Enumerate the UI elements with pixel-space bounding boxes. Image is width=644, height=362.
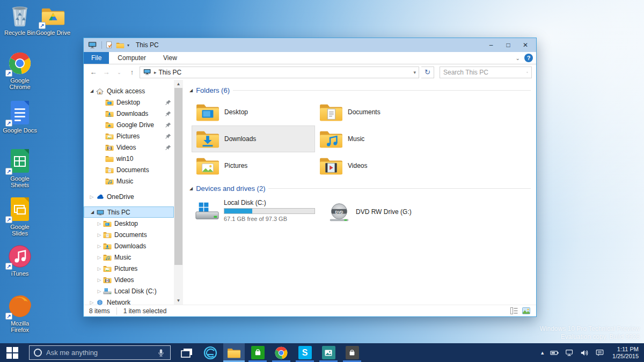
maximize-button[interactable]: □ (500, 39, 517, 51)
nav-scrollbar[interactable]: ▲ ▼ (174, 80, 183, 305)
chevron-collapsed-icon[interactable]: ▷ (96, 232, 103, 238)
battery-icon[interactable] (550, 349, 560, 357)
sidebar-item-pc-desktop[interactable]: ▷ Desktop (84, 218, 174, 229)
desktop-icon-google-drive[interactable]: ↗ Google Drive (35, 3, 71, 36)
scroll-down-arrow[interactable]: ▼ (174, 297, 183, 305)
chevron-collapsed-icon[interactable]: ▷ (88, 194, 96, 200)
sidebar-item-pc-pictures[interactable]: ▷ Pictures (84, 263, 174, 274)
sidebar-item-win10[interactable]: win10 (84, 153, 174, 164)
sidebar-item-network[interactable]: ▷ Network (84, 299, 174, 306)
refresh-button[interactable]: ↻ (421, 67, 434, 78)
chrome-icon (274, 346, 288, 360)
breadcrumb-arrow-icon[interactable]: ▸ (154, 70, 157, 75)
taskbar-internet-explorer[interactable] (200, 343, 221, 362)
show-hidden-icons-button[interactable]: ▲ (540, 350, 545, 356)
sidebar-item-onedrive[interactable]: ▷ OneDrive (84, 191, 174, 202)
chevron-collapsed-icon[interactable]: ▷ (96, 289, 103, 294)
chevron-collapsed-icon[interactable]: ▷ (96, 221, 103, 226)
taskbar-store[interactable] (247, 343, 268, 362)
section-header-devices[interactable]: ◢ Devices and drives (2) (189, 184, 531, 193)
properties-button[interactable] (106, 41, 113, 49)
sidebar-item-music[interactable]: Music (84, 175, 174, 187)
desktop-icon-google-docs[interactable]: ↗ Google Docs (2, 101, 38, 134)
close-button[interactable]: ✕ (517, 39, 534, 51)
tab-view[interactable]: View (155, 52, 186, 64)
sidebar-item-this-pc[interactable]: ◢ This PC (84, 206, 174, 218)
thumbnails-view-button[interactable] (521, 307, 531, 315)
drive-tile-dvd[interactable]: DVD DVD RW Drive (G:) (324, 197, 415, 227)
desktop-icon-google-chrome[interactable]: ↗ Google Chrome (2, 51, 38, 90)
desktop-icon-google-slides[interactable]: ↗ Google Slides (2, 197, 38, 237)
sidebar-item-pc-downloads[interactable]: ▷ Downloads (84, 240, 174, 252)
search-box[interactable] (440, 67, 532, 78)
sidebar-item-downloads[interactable]: Downloads (84, 108, 174, 119)
chevron-collapsed-icon[interactable]: ▷ (88, 300, 96, 305)
folder-tile-music[interactable]: Music (315, 125, 438, 152)
help-button[interactable]: ? (524, 54, 533, 62)
chevron-collapsed-icon[interactable]: ▷ (96, 266, 103, 271)
taskbar-file-explorer[interactable] (223, 343, 245, 362)
forward-button[interactable]: → (101, 68, 112, 76)
desktop-icon-itunes[interactable]: ↗ iTunes (2, 244, 38, 277)
address-dropdown-chevron[interactable]: ▾ (413, 70, 416, 75)
sidebar-item-videos[interactable]: Videos (84, 142, 174, 153)
desktop-icon-recycle-bin[interactable]: Recycle Bin (2, 3, 38, 36)
breadcrumb-location[interactable]: This PC (159, 69, 182, 76)
chevron-expanded-icon[interactable]: ◢ (88, 88, 96, 93)
sidebar-item-local-disk[interactable]: ▷ Local Disk (C:) (84, 285, 174, 297)
section-header-folders[interactable]: ◢ Folders (6) (189, 86, 531, 94)
taskbar-clock[interactable]: 1:11 PM 1/25/2015 (612, 346, 639, 360)
music-folder-icon (103, 254, 112, 261)
folder-tile-pictures[interactable]: Pictures (192, 152, 315, 179)
tab-computer[interactable]: Computer (109, 52, 155, 64)
section-collapse-icon[interactable]: ◢ (189, 186, 193, 191)
chevron-expanded-icon[interactable]: ◢ (89, 210, 96, 215)
microphone-icon[interactable] (156, 348, 166, 358)
folder-tile-desktop[interactable]: Desktop (192, 99, 315, 125)
minimize-button[interactable]: – (482, 39, 500, 51)
chevron-collapsed-icon[interactable]: ▷ (96, 277, 103, 283)
chevron-collapsed-icon[interactable]: ▷ (96, 255, 103, 260)
sidebar-item-quick-access[interactable]: ◢ Quick access (84, 85, 174, 97)
up-button[interactable]: ↑ (127, 68, 137, 76)
task-view-button[interactable] (176, 343, 197, 362)
sidebar-item-pictures[interactable]: Pictures (84, 130, 174, 142)
desktop-icon-google-sheets[interactable]: ↗ Google Sheets (2, 149, 38, 188)
minimize-ribbon-chevron-icon[interactable]: ⌄ (516, 55, 520, 61)
chevron-collapsed-icon[interactable]: ▷ (96, 243, 103, 249)
taskbar-skype[interactable]: S (294, 343, 316, 362)
customize-toolbar-dropdown[interactable]: ▾ (127, 43, 129, 48)
back-button[interactable]: ← (88, 68, 99, 76)
tab-file[interactable]: File (84, 52, 109, 64)
drive-tile-local-disk[interactable]: Local Disk (C:) 67.1 GB free of 97.3 GB (192, 197, 316, 227)
taskbar-chrome[interactable] (270, 343, 292, 362)
desktop-icon-mozilla-firefox[interactable]: ↗ Mozilla Firefox (2, 294, 38, 333)
recent-locations-chevron[interactable]: ⌄ (114, 70, 125, 75)
search-input[interactable] (443, 69, 526, 76)
sidebar-item-pc-music[interactable]: ▷ Music (84, 252, 174, 263)
taskbar-photos[interactable] (318, 343, 339, 362)
sidebar-item-pc-videos[interactable]: ▷ Videos (84, 274, 174, 285)
action-center-icon[interactable] (595, 349, 605, 357)
new-folder-button[interactable] (116, 42, 125, 49)
cortana-search-bar[interactable] (29, 345, 171, 360)
details-view-button[interactable] (509, 307, 519, 315)
network-icon[interactable] (565, 349, 575, 357)
taskbar-search-input[interactable] (46, 349, 152, 357)
title-bar[interactable]: ▾ This PC – □ ✕ (84, 38, 536, 52)
sidebar-item-pc-documents[interactable]: ▷ Documents (84, 229, 174, 240)
taskbar-store-beta[interactable] (341, 343, 363, 362)
start-button[interactable] (0, 343, 25, 362)
address-field[interactable]: ▸ This PC ▾ (140, 67, 419, 78)
folder-tile-videos[interactable]: Videos (315, 152, 438, 179)
explorer-system-icon[interactable] (88, 41, 98, 49)
volume-icon[interactable] (580, 349, 590, 357)
folder-tile-downloads[interactable]: Downloads (192, 125, 315, 152)
section-collapse-icon[interactable]: ◢ (189, 88, 193, 93)
sidebar-item-documents[interactable]: Documents (84, 164, 174, 175)
sidebar-item-google-drive[interactable]: Google Drive (84, 119, 174, 130)
sidebar-item-desktop[interactable]: Desktop (84, 97, 174, 108)
scrollbar-thumb[interactable] (174, 88, 182, 265)
folder-tile-documents[interactable]: Documents (315, 99, 438, 125)
scroll-up-arrow[interactable]: ▲ (174, 80, 183, 88)
